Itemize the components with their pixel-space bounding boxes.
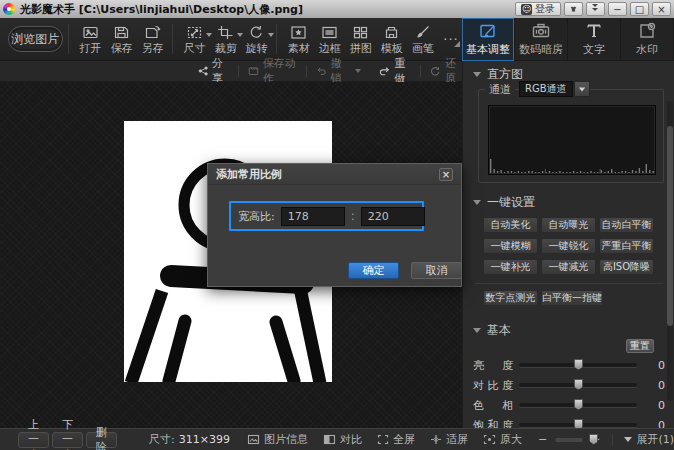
- chevron-down-icon: [579, 87, 585, 91]
- saturation-slider[interactable]: [519, 423, 637, 427]
- digital-spot-metering-button[interactable]: 数字点测光: [483, 290, 538, 306]
- minimize-button[interactable]: −: [608, 2, 627, 16]
- white-balance-one-touch-button[interactable]: 白平衡一指键: [541, 290, 603, 306]
- cancel-button[interactable]: 取消: [411, 262, 462, 279]
- slider-thumb[interactable]: [574, 399, 583, 410]
- share-icon: [198, 65, 208, 77]
- zoom-slider[interactable]: [555, 438, 583, 442]
- collapse-triangle-icon: [473, 328, 481, 333]
- frame-icon: [321, 25, 338, 40]
- dialog-close-button[interactable]: ×: [439, 168, 453, 181]
- ratio-height-input[interactable]: [361, 207, 425, 226]
- histogram-spikes: [490, 157, 656, 173]
- ok-button[interactable]: 确定: [348, 262, 399, 279]
- rotate-button[interactable]: 旋转: [243, 23, 271, 56]
- separator: [68, 24, 69, 54]
- onekey-dim-light-button[interactable]: 一键减光: [541, 259, 596, 275]
- mode-tabs: 基本调整 数码暗房 文字 水印: [462, 18, 674, 61]
- save-button[interactable]: 保存: [108, 23, 136, 56]
- brightness-slider[interactable]: [519, 363, 637, 367]
- save-icon: [113, 25, 130, 40]
- open-button[interactable]: 打开: [77, 23, 105, 56]
- fit-screen-button[interactable]: 适屏: [430, 432, 468, 447]
- skin-button[interactable]: [564, 2, 583, 16]
- onekey-sharpen-button[interactable]: 一键锐化: [541, 238, 596, 254]
- tab-watermark[interactable]: 水印: [621, 18, 674, 61]
- panel-scrollbar[interactable]: [667, 101, 673, 401]
- app-window: 光影魔术手 [C:\Users\linjiahui\Desktop\人像.png…: [0, 0, 674, 450]
- action-bar: 分享 保存动作 撤销 重做 还原: [0, 61, 462, 82]
- tab-text[interactable]: 文字: [568, 18, 621, 61]
- tab-basic-adjust[interactable]: 基本调整: [462, 18, 515, 61]
- darkroom-camera-icon: [531, 22, 551, 40]
- resize-button[interactable]: 尺寸: [181, 23, 209, 56]
- collage-button[interactable]: 拼图: [347, 23, 375, 56]
- status-bar: 上一张 下一张 删除 尺寸: 311×399 图片信息 对比 全屏: [0, 428, 674, 450]
- ratio-width-input[interactable]: [281, 207, 345, 226]
- dialog-title: 添加常用比例: [216, 167, 282, 182]
- fullscreen-button[interactable]: 全屏: [377, 432, 415, 447]
- frame-button[interactable]: 边框: [316, 23, 344, 56]
- divider: [475, 283, 663, 284]
- login-avatar-icon: ☺: [521, 4, 532, 15]
- channel-label: 通道: [485, 82, 515, 97]
- image-info-button[interactable]: 图片信息: [247, 432, 308, 447]
- browse-images-button[interactable]: 浏览图片: [8, 26, 63, 52]
- prev-image-button[interactable]: 上一张: [18, 432, 49, 448]
- reset-button[interactable]: 重置: [626, 339, 654, 353]
- auto-beautify-button[interactable]: 自动美化: [483, 217, 538, 233]
- basic-adjust-icon: [478, 22, 498, 40]
- severe-white-balance-button[interactable]: 严重白平衡: [599, 238, 654, 254]
- histogram-groupbox: 通道 RGB通道: [478, 89, 664, 183]
- basic-section-header[interactable]: 基本: [473, 322, 511, 339]
- hue-slider[interactable]: [519, 403, 637, 407]
- save-as-button[interactable]: 另存: [139, 23, 167, 56]
- onekey-section-header[interactable]: 一键设置: [473, 194, 535, 211]
- tab-digital-darkroom[interactable]: 数码暗房: [515, 18, 568, 61]
- channel-dropdown-button[interactable]: [574, 81, 590, 97]
- image-info-icon: [247, 434, 260, 445]
- template-button[interactable]: 模板: [378, 23, 406, 56]
- more-tools-button[interactable]: ···: [440, 31, 462, 47]
- login-button[interactable]: ☺ 登录: [515, 2, 561, 16]
- maximize-button[interactable]: □: [630, 2, 649, 16]
- crop-button[interactable]: 裁剪: [212, 23, 240, 56]
- separator: [306, 65, 307, 77]
- material-button[interactable]: 素材: [285, 23, 313, 56]
- close-button[interactable]: ×: [652, 2, 671, 16]
- undo-icon: [316, 65, 327, 77]
- compare-button[interactable]: 对比: [323, 432, 362, 447]
- contrast-slider-row: 对比度 0: [473, 378, 665, 392]
- onekey-fill-light-button[interactable]: 一键补光: [483, 259, 538, 275]
- original-size-icon: [483, 434, 496, 445]
- template-icon: [383, 25, 400, 40]
- redo-icon: [379, 65, 391, 77]
- material-icon: [290, 25, 307, 40]
- slider-thumb[interactable]: [574, 359, 583, 370]
- collapse-button[interactable]: [586, 2, 605, 16]
- auto-exposure-button[interactable]: 自动曝光: [541, 217, 596, 233]
- histogram-section-header[interactable]: 直方图: [473, 66, 523, 83]
- contrast-slider[interactable]: [519, 383, 637, 387]
- brightness-slider-row: 亮度 0: [473, 358, 665, 372]
- separator: [276, 24, 277, 54]
- double-chevron-down-icon: [592, 7, 599, 11]
- brush-button[interactable]: 画笔: [409, 23, 437, 56]
- auto-white-balance-button[interactable]: 自动白平衡: [599, 217, 654, 233]
- original-size-button[interactable]: 原大: [483, 432, 522, 447]
- zoom-out-button[interactable]: −: [538, 433, 547, 446]
- title-bar: 光影魔术手 [C:\Users\linjiahui\Desktop\人像.png…: [0, 0, 674, 18]
- delete-image-button[interactable]: 删除: [86, 432, 117, 448]
- corner-expand-icon: [454, 41, 460, 47]
- next-image-button[interactable]: 下一张: [52, 432, 83, 448]
- slider-thumb[interactable]: [574, 379, 583, 390]
- channel-select[interactable]: RGB通道: [519, 81, 573, 97]
- triangle-down-icon: [624, 437, 632, 442]
- onekey-blur-button[interactable]: 一键模糊: [483, 238, 538, 254]
- high-iso-denoise-button[interactable]: 高ISO降噪: [599, 259, 654, 275]
- login-label: 登录: [535, 2, 555, 16]
- undo-dropdown-icon[interactable]: [355, 69, 361, 73]
- expand-panel-button[interactable]: 展开(1): [624, 432, 674, 447]
- dialog-title-bar[interactable]: 添加常用比例 ×: [208, 164, 461, 185]
- scrollbar-thumb[interactable]: [667, 126, 673, 326]
